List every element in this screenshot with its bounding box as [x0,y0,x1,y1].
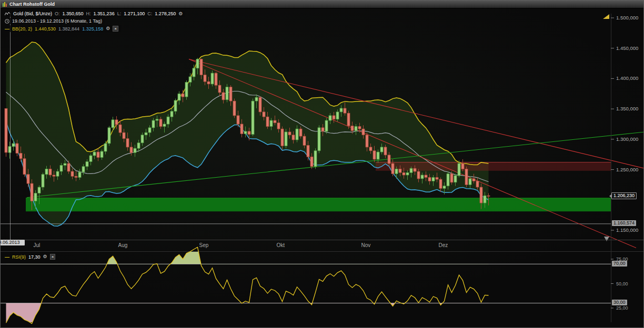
high-label: H: [86,11,91,16]
rsi-name-label: RSI(9) [12,254,26,260]
bb-color-swatch: — [5,26,9,32]
last-price-badge: 1.206,230 [611,192,637,199]
chart-settings-icon[interactable]: ⚙ [178,12,183,16]
rsi-value: 17,30 [28,254,41,260]
bb-indicator-header: — BB(20, 2) 1.440,530 1.382,844 1.325,15… [2,25,121,32]
price-axis-label: 1.350,000 [616,106,638,111]
bb-upper-value: 1.440,530 [35,26,56,32]
trendline-arrow-icon [604,237,609,241]
month-label: Okt [277,242,285,248]
time-axis[interactable]: JulAugSepOktNovDez [34,242,448,248]
rsi-line [6,247,489,323]
high-value: 1.351,236 [94,11,115,16]
rsi-color-swatch: — [5,254,9,260]
crosshair-date-badge: 19.06.2013 [0,240,25,245]
price-axis[interactable]: 1.500,0001.450,0001.400,0001.350,0001.30… [611,15,638,233]
rsi-axis-label: 50,00 [616,281,628,286]
rsi-axis-label: 25,00 [616,305,628,311]
trendline-red-1[interactable] [189,59,636,248]
rsi-settings-icon[interactable]: ⚙ [43,254,47,259]
rsi-overbought-fill [6,247,489,323]
price-axis-label: 1.300,000 [616,136,638,142]
bb-lower-value: 1.325,158 [82,26,103,32]
bb-close-icon[interactable]: × [113,26,118,32]
bb-middle-value: 1.382,844 [58,26,79,32]
bb-name-label: BB(20, 2) [12,26,32,32]
month-label: Aug [118,242,128,248]
window-title: Chart Rohstoff Gold [9,2,55,7]
low-label: L: [117,11,122,16]
bb-settings-icon[interactable]: ⚙ [106,26,110,31]
clock-icon [5,19,9,24]
month-label: Sep [199,242,209,248]
price-axis-label: 1.150,000 [616,227,638,233]
rsi-overbought-badge: 70,00 [612,261,627,266]
month-label: Nov [361,242,371,248]
price-level-badge: 1.160,574 [612,220,636,226]
price-axis-label: 1.500,000 [616,15,638,20]
low-value: 1.271,100 [124,11,145,16]
rsi-oversold-fill [6,247,489,323]
chart-canvas[interactable]: 1.500,0001.450,0001.400,0001.350,0001.30… [1,1,644,328]
price-axis-label: 1.250,000 [616,167,638,172]
period-label: 19.06.2013 - 19.12.2013 (6 Monate, 1 Tag… [12,18,102,24]
rsi-close-icon[interactable]: × [50,254,56,260]
month-label: Jul [34,242,41,248]
open-value: 1.350,650 [63,11,84,16]
open-label: O: [55,11,60,16]
close-label: C: [147,11,152,16]
close-value: 1.278,250 [155,11,176,16]
price-axis-label: 1.450,000 [616,45,638,51]
latest-data-marker-icon[interactable] [603,14,609,19]
window-titlebar[interactable]: Chart Rohstoff Gold [1,1,643,8]
app-icon [3,2,7,7]
instrument-icon [5,12,11,16]
instrument-header: Gold (Bid, $/Unze) O: 1.350,650 H: 1.351… [2,11,185,17]
chart-window: 1.500,0001.450,0001.400,0001.350,0001.30… [0,0,644,328]
period-header: 19.06.2013 - 19.12.2013 (6 Monate, 1 Tag… [2,18,105,24]
price-axis-label: 1.400,000 [616,75,638,81]
rsi-oversold-badge: 30,00 [612,300,627,305]
symbol-label: Gold (Bid, $/Unze) [13,11,52,16]
rsi-indicator-header: — RSI(9) 17,30 ⚙ × [2,253,58,260]
month-label: Dez [439,242,448,248]
